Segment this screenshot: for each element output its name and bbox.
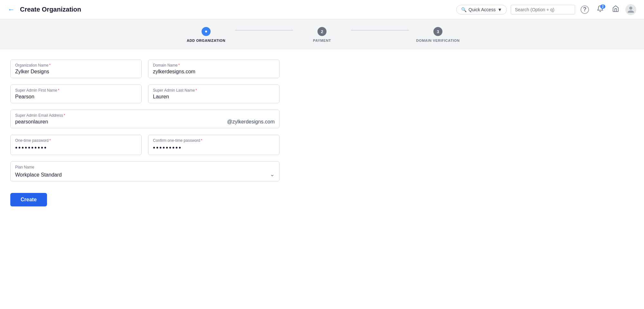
form-row-3: Super Admin Email Address* @zylkerdesign… bbox=[10, 110, 279, 128]
last-name-required: * bbox=[195, 88, 197, 93]
quick-access-label: Quick Access bbox=[469, 7, 496, 12]
avatar[interactable] bbox=[625, 4, 636, 15]
step-line-2 bbox=[351, 30, 409, 31]
dropdown-arrow-icon: ▼ bbox=[497, 7, 502, 12]
org-name-label: Organization Name* bbox=[15, 63, 137, 68]
last-name-field: Super Admin Last Name* bbox=[148, 85, 279, 103]
step-1-label: ADD ORGANIZATION bbox=[187, 39, 225, 42]
step-2-circle: 2 bbox=[317, 27, 327, 36]
org-name-group: Organization Name* bbox=[10, 59, 142, 78]
form-row-5: Plan Name Workplace Standard ⌄ bbox=[10, 161, 279, 181]
confirm-otp-field: Confirm one-time password* bbox=[148, 135, 279, 155]
first-name-required: * bbox=[58, 88, 60, 93]
home-icon bbox=[612, 5, 619, 14]
email-input[interactable] bbox=[15, 119, 227, 125]
confirm-otp-label: Confirm one-time password* bbox=[153, 138, 275, 143]
step-3-circle: 3 bbox=[433, 27, 442, 36]
chevron-down-icon: ⌄ bbox=[270, 171, 275, 178]
search-icon: 🔍 bbox=[461, 7, 467, 12]
confirm-otp-required: * bbox=[201, 138, 203, 143]
domain-name-required: * bbox=[178, 63, 180, 68]
org-name-input[interactable] bbox=[15, 69, 137, 75]
step-2-label: PAYMENT bbox=[313, 39, 331, 42]
plan-name-field[interactable]: Plan Name Workplace Standard ⌄ bbox=[10, 161, 279, 181]
step-3: 3 DOMAIN VERIFICATION bbox=[409, 27, 467, 42]
email-field-inner: @zylkerdesigns.com bbox=[15, 119, 275, 125]
email-label: Super Admin Email Address* bbox=[15, 113, 275, 118]
plan-name-value: Workplace Standard bbox=[15, 172, 62, 178]
email-domain: @zylkerdesigns.com bbox=[227, 119, 275, 125]
quick-access-button[interactable]: 🔍 Quick Access ▼ bbox=[456, 5, 507, 14]
plan-group: Plan Name Workplace Standard ⌄ bbox=[10, 161, 279, 181]
domain-name-input[interactable] bbox=[153, 69, 275, 75]
stepper-container: ADD ORGANIZATION 2 PAYMENT 3 DOMAIN VERI… bbox=[0, 19, 644, 49]
search-input[interactable] bbox=[511, 5, 575, 14]
form-row-1: Organization Name* Domain Name* bbox=[10, 59, 279, 78]
domain-name-group: Domain Name* bbox=[148, 59, 279, 78]
otp-label: One-time password* bbox=[15, 138, 137, 143]
org-name-field: Organization Name* bbox=[10, 59, 142, 78]
step-1-circle bbox=[202, 27, 211, 36]
step-3-label: DOMAIN VERIFICATION bbox=[416, 39, 460, 42]
header-actions: 🔍 Quick Access ▼ ? 2 bbox=[456, 4, 636, 15]
org-name-required: * bbox=[49, 63, 51, 68]
notification-badge: 2 bbox=[600, 5, 605, 9]
confirm-otp-input[interactable] bbox=[153, 144, 275, 151]
home-button[interactable] bbox=[610, 4, 621, 15]
svg-point-1 bbox=[205, 31, 207, 32]
domain-name-field: Domain Name* bbox=[148, 59, 279, 78]
first-name-label: Super Admin First Name* bbox=[15, 88, 137, 93]
step-1: ADD ORGANIZATION bbox=[177, 27, 235, 42]
back-button[interactable]: ← bbox=[8, 5, 15, 14]
otp-required: * bbox=[49, 138, 51, 143]
main-content: Organization Name* Domain Name* Super Ad… bbox=[0, 49, 290, 219]
email-group: Super Admin Email Address* @zylkerdesign… bbox=[10, 110, 279, 128]
form-row-2: Super Admin First Name* Super Admin Last… bbox=[10, 85, 279, 103]
plan-name-label: Plan Name bbox=[15, 165, 275, 169]
confirm-otp-group: Confirm one-time password* bbox=[148, 135, 279, 155]
help-icon: ? bbox=[581, 5, 589, 14]
email-field: Super Admin Email Address* @zylkerdesign… bbox=[10, 110, 279, 128]
form-row-4: One-time password* Confirm one-time pass… bbox=[10, 135, 279, 155]
otp-input[interactable] bbox=[15, 144, 137, 151]
plan-field-inner: Workplace Standard ⌄ bbox=[15, 171, 275, 178]
otp-group: One-time password* bbox=[10, 135, 142, 155]
last-name-label: Super Admin Last Name* bbox=[153, 88, 275, 93]
last-name-group: Super Admin Last Name* bbox=[148, 85, 279, 103]
header: ← Create Organization 🔍 Quick Access ▼ ?… bbox=[0, 0, 644, 19]
otp-field: One-time password* bbox=[10, 135, 142, 155]
help-button[interactable]: ? bbox=[579, 4, 591, 15]
page-title: Create Organization bbox=[20, 6, 456, 13]
first-name-group: Super Admin First Name* bbox=[10, 85, 142, 103]
step-2: 2 PAYMENT bbox=[293, 27, 351, 42]
email-required: * bbox=[64, 113, 65, 118]
domain-name-label: Domain Name* bbox=[153, 63, 275, 68]
create-button[interactable]: Create bbox=[10, 193, 47, 206]
stepper: ADD ORGANIZATION 2 PAYMENT 3 DOMAIN VERI… bbox=[177, 27, 467, 42]
first-name-field: Super Admin First Name* bbox=[10, 85, 142, 103]
notifications-button[interactable]: 2 bbox=[594, 4, 606, 15]
last-name-input[interactable] bbox=[153, 94, 275, 100]
step-line-1 bbox=[235, 30, 293, 31]
first-name-input[interactable] bbox=[15, 94, 137, 100]
